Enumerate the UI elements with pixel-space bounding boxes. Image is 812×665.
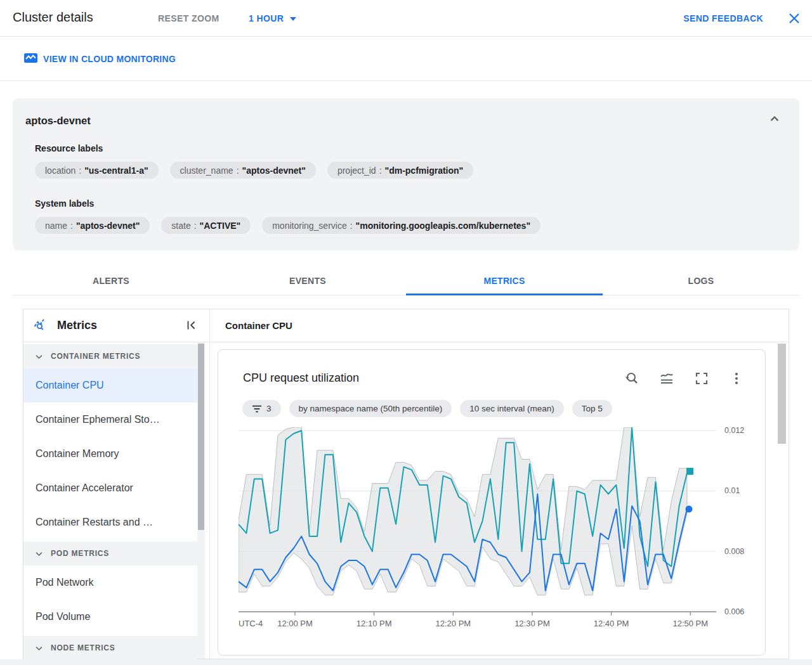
system-labels-row: name:"aptos-devnet" state:"ACTIVE" monit… (35, 217, 540, 234)
time-range-label: 1 HOUR (249, 13, 284, 23)
metrics-list: CONTAINER METRICS Container CPU Containe… (23, 342, 197, 660)
sidebar-item-container-restarts[interactable]: Container Restarts and … (23, 505, 197, 539)
resource-labels-heading: Resource labels (35, 143, 103, 153)
section-pod-metrics[interactable]: POD METRICS (23, 541, 197, 565)
metrics-main: Container CPU CPU request utilization (210, 309, 789, 659)
zoom-history-icon[interactable] (624, 371, 639, 386)
series-endpoint-blue (686, 506, 693, 513)
page-title: Cluster details (13, 10, 93, 25)
y-axis-label: 0.006 (724, 607, 744, 616)
metrics-explorer-icon (33, 317, 49, 335)
x-axis-label: 12:40 PM (594, 619, 629, 628)
sidebar-item-container-ephemeral-storage[interactable]: Container Ephemeral Sto… (23, 403, 197, 437)
x-axis-label: 12:10 PM (357, 619, 392, 628)
cluster-summary-card: aptos-devnet Resource labels location:"u… (13, 98, 799, 250)
y-axis-label: 0.008 (724, 547, 744, 556)
page-background-strip (0, 659, 812, 665)
tab-bar: ALERTS EVENTS METRICS LOGS (13, 266, 799, 295)
view-in-cloud-monitoring-link[interactable]: VIEW IN CLOUD MONITORING (24, 53, 176, 65)
monitoring-link-label: VIEW IN CLOUD MONITORING (43, 54, 176, 64)
chart-title: CPU request utilization (243, 371, 359, 385)
chevron-down-icon (34, 643, 44, 653)
chart-toolbar (624, 371, 744, 386)
x-axis-label: 12:00 PM (277, 619, 313, 628)
section-node-metrics[interactable]: NODE METRICS (23, 636, 197, 660)
monitoring-chart-icon (24, 53, 37, 65)
sidebar-scrollbar-thumb[interactable] (198, 344, 204, 530)
sidebar-item-pod-volume[interactable]: Pod Volume (23, 600, 197, 634)
section-container-metrics[interactable]: CONTAINER METRICS (23, 344, 197, 368)
series-endpoint-teal (686, 468, 693, 475)
chevron-down-icon (34, 549, 44, 558)
main-scrollbar-thumb[interactable] (778, 344, 786, 444)
x-axis-label: 12:20 PM (435, 619, 471, 628)
time-range-dropdown[interactable]: 1 HOUR (249, 13, 296, 23)
y-axis-label: 0.01 (724, 486, 740, 495)
label-chip-cluster-name: cluster_name:"aptos-devnet" (170, 162, 316, 179)
filter-count-chip[interactable]: 3 (242, 400, 281, 417)
groupby-chip[interactable]: by namespace name (50th percentile) (289, 400, 452, 417)
collapse-card-chevron-up-icon[interactable] (766, 111, 783, 127)
sidebar-item-pod-network[interactable]: Pod Network (23, 565, 197, 600)
close-icon[interactable] (787, 11, 802, 26)
sidebar-title: Metrics (57, 319, 97, 332)
tab-events[interactable]: EVENTS (209, 266, 406, 295)
chart-type-icon[interactable] (659, 371, 674, 386)
sidebar-item-container-memory[interactable]: Container Memory (23, 437, 197, 471)
tab-alerts[interactable]: ALERTS (13, 266, 209, 295)
more-options-icon[interactable] (729, 371, 744, 386)
cpu-utilization-chart[interactable]: 0.0120.010.0080.00612:00 PM12:10 PM12:20… (239, 427, 759, 640)
secondary-toolbar: VIEW IN CLOUD MONITORING (0, 37, 812, 81)
label-chip-state: state:"ACTIVE" (161, 217, 251, 234)
label-chip-project-id: project_id:"dm-pcfmigration" (327, 162, 473, 179)
resource-labels-row: location:"us-central1-a" cluster_name:"a… (35, 162, 473, 179)
sidebar-item-container-accelerator[interactable]: Container Accelerator (23, 471, 197, 505)
cluster-name-title: aptos-devnet (25, 115, 91, 127)
collapse-sidebar-icon[interactable] (185, 318, 199, 332)
label-chip-location: location:"us-central1-a" (35, 162, 159, 179)
x-axis-label: 12:30 PM (514, 619, 550, 628)
sidebar-header: Metrics (23, 309, 209, 342)
label-chip-name: name:"aptos-devnet" (35, 217, 150, 234)
cpu-chart-svg: 0.0120.010.0080.00612:00 PM12:10 PM12:20… (239, 427, 759, 640)
y-axis-label: 0.012 (724, 427, 744, 435)
send-feedback-button[interactable]: SEND FEEDBACK (683, 13, 763, 23)
reset-zoom-button[interactable]: RESET ZOOM (158, 13, 219, 23)
x-axis-timezone-label: UTC-4 (239, 619, 263, 628)
system-labels-heading: System labels (35, 198, 94, 209)
metrics-sidebar: Metrics CONTAINER METRICS Container CPU … (23, 309, 210, 659)
tab-logs[interactable]: LOGS (603, 266, 799, 295)
chevron-down-icon (290, 17, 296, 21)
fullscreen-icon[interactable] (694, 371, 709, 386)
x-axis-label: 12:50 PM (672, 619, 708, 628)
dialog-header: Cluster details RESET ZOOM 1 HOUR SEND F… (0, 0, 812, 37)
chart-filter-chips: 3 by namespace name (50th percentile) 10… (242, 400, 612, 417)
chevron-down-icon (34, 352, 44, 361)
top5-chip[interactable]: Top 5 (572, 400, 612, 417)
cpu-request-utilization-card: CPU request utilization 3 (218, 349, 766, 655)
interval-chip[interactable]: 10 sec interval (mean) (460, 400, 564, 417)
metric-group-title: Container CPU (210, 309, 789, 342)
tab-metrics[interactable]: METRICS (406, 266, 603, 295)
sidebar-item-container-cpu[interactable]: Container CPU (23, 368, 197, 403)
filter-icon (252, 404, 262, 413)
label-chip-monitoring-service: monitoring_service:"monitoring.googleapi… (262, 217, 540, 234)
metrics-panel: Metrics CONTAINER METRICS Container CPU … (23, 309, 789, 659)
sidebar-scrollbar[interactable] (197, 342, 205, 659)
